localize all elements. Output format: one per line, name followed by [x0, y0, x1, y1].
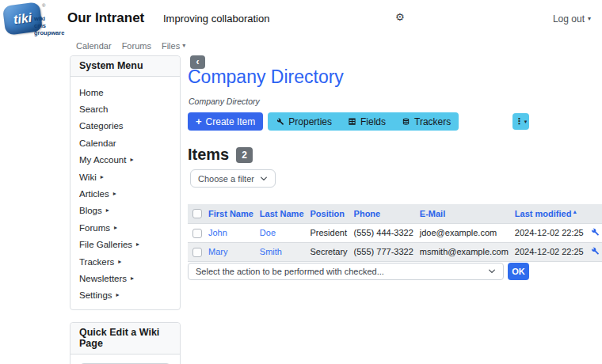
fields-button[interactable]: Fields [340, 112, 394, 131]
position-cell: Secretary [311, 247, 348, 256]
sidebar-item-newsletters[interactable]: Newsletters▸ [70, 270, 180, 286]
sidebar-item-forums[interactable]: Forums▸ [70, 219, 180, 236]
last-name-link[interactable]: Doe [260, 228, 276, 237]
wrench-icon[interactable] [590, 227, 600, 237]
breadcrumb[interactable]: Company Directory [189, 97, 260, 106]
bulk-action-select[interactable]: Select the action to be performed with c… [188, 263, 504, 280]
sidebar-item-label: Search [79, 104, 108, 114]
table-row: John Doe President (555) 444-3322 jdoe@e… [188, 223, 602, 242]
create-item-button[interactable]: + Create Item [188, 112, 263, 131]
last-name-link[interactable]: Smith [260, 247, 282, 256]
back-chevron-icon: ‹ [196, 56, 200, 67]
column-header-email[interactable]: E-Mail [417, 204, 512, 223]
column-header-actions [587, 204, 602, 223]
tracker-admin-button-group: Properties Fields Trackers [268, 112, 459, 131]
sidebar-item-wiki[interactable]: Wiki▸ [70, 169, 180, 185]
table-icon [348, 117, 356, 126]
chevron-right-icon: ▸ [101, 174, 104, 180]
table-row: Mary Smith Secretary (555) 777-3322 msmi… [188, 242, 602, 261]
more-actions-dropdown-button[interactable]: ⋮ ▾ [512, 113, 529, 130]
position-cell: President [311, 228, 347, 237]
tiki-logo-brand: tiki [13, 10, 32, 27]
row-checkbox[interactable] [192, 248, 202, 257]
action-bar: Select the action to be performed with c… [188, 263, 529, 280]
sidebar-item-articles[interactable]: Articles▸ [70, 185, 180, 202]
chevron-right-icon: ▸ [118, 259, 121, 265]
column-header-phone[interactable]: Phone [351, 204, 417, 223]
kebab-icon: ⋮ [515, 117, 524, 126]
sort-ascending-icon: ▲ [572, 209, 577, 214]
sidebar-item-label: Newsletters [79, 274, 127, 283]
sidebar-item-label: Calendar [79, 138, 116, 148]
sidebar-item-trackers[interactable]: Trackers▸ [70, 253, 180, 270]
nav-item-files[interactable]: Files ▾ [162, 41, 185, 51]
sidebar-item-calendar[interactable]: Calendar [70, 135, 180, 151]
sidebar-item-label: Trackers [79, 257, 114, 267]
nav-item-forums[interactable]: Forums [122, 41, 151, 51]
chevron-down-icon [260, 176, 268, 181]
items-count-badge: 2 [236, 147, 253, 163]
properties-label: Properties [288, 116, 332, 127]
wrench-icon [276, 117, 284, 126]
trackers-label: Trackers [414, 116, 451, 127]
top-nav: Calendar Forums Files ▾ [76, 41, 185, 51]
table-header: First Name Last Name Position Phone E-Ma… [188, 204, 602, 223]
site-tagline: Improving collaboration [163, 13, 269, 25]
select-all-checkbox[interactable] [192, 209, 202, 218]
sidebar-item-label: Categories [79, 121, 124, 131]
sidebar-item-label: Articles [79, 189, 109, 199]
properties-button[interactable]: Properties [268, 112, 340, 131]
chevron-down-icon: ▾ [524, 119, 528, 125]
first-name-link[interactable]: John [208, 228, 227, 237]
sidebar-item-my-account[interactable]: My Account▸ [70, 152, 180, 169]
database-icon [402, 117, 410, 126]
sidebar-item-label: Wiki [79, 173, 97, 182]
logo-sub-line: cms [34, 22, 64, 29]
items-title: Items [188, 146, 229, 164]
column-header-last-name[interactable]: Last Name [257, 204, 307, 223]
page-title: Company Directory [188, 66, 344, 88]
column-header-last-modified[interactable]: Last modified▲ [512, 204, 587, 223]
column-header-position[interactable]: Position [307, 204, 351, 223]
chevron-right-icon: ▸ [113, 191, 116, 197]
chevron-right-icon: ▸ [116, 292, 120, 298]
trackers-button[interactable]: Trackers [394, 112, 459, 131]
chevron-down-icon: ▾ [182, 43, 185, 49]
gear-icon[interactable]: ⚙ [395, 11, 405, 23]
sidebar-item-label: Forums [79, 223, 110, 233]
items-heading: Items 2 [188, 146, 253, 164]
tiki-logo-wordmark: wiki cms groupware [34, 15, 64, 36]
ok-button[interactable]: OK [508, 263, 529, 280]
last-modified-cell: 2024-12-02 22:25 [515, 247, 584, 256]
toolbar: + Create Item Properties Fields Trackers… [188, 112, 529, 131]
quick-edit-panel: Quick Edit a Wiki Page [70, 322, 181, 364]
email-cell: msmith@example.com [420, 247, 509, 256]
system-menu-list: Home Search Categories Calendar My Accou… [70, 77, 180, 304]
logout-menu[interactable]: Log out ▾ [553, 13, 591, 25]
tiki-logo[interactable]: tiki ® wiki cms groupware [3, 2, 67, 37]
sidebar-item-categories[interactable]: Categories [70, 118, 180, 135]
row-checkbox[interactable] [192, 229, 202, 238]
sidebar-item-search[interactable]: Search [70, 100, 180, 117]
bulk-action-select-value: Select the action to be performed with c… [196, 267, 384, 276]
phone-cell: (555) 444-3322 [354, 228, 413, 237]
chevron-right-icon: ▸ [130, 157, 133, 163]
sidebar-item-file-galleries[interactable]: File Galleries▸ [70, 237, 180, 253]
sidebar-item-label: Settings [79, 290, 112, 300]
sidebar-item-blogs[interactable]: Blogs▸ [70, 203, 180, 219]
first-name-link[interactable]: Mary [208, 247, 227, 256]
column-header-first-name[interactable]: First Name [205, 204, 257, 223]
email-cell: jdoe@example.com [420, 228, 497, 237]
sidebar-item-settings[interactable]: Settings▸ [70, 287, 180, 304]
chevron-right-icon: ▸ [106, 207, 109, 214]
nav-item-calendar[interactable]: Calendar [76, 41, 112, 51]
wrench-icon[interactable] [590, 246, 600, 256]
quick-edit-title: Quick Edit a Wiki Page [70, 323, 180, 355]
chevron-right-icon: ▸ [131, 275, 134, 282]
top-header: tiki ® wiki cms groupware Our Intranet I… [0, 0, 602, 38]
chevron-down-icon [488, 269, 496, 274]
sidebar-item-home[interactable]: Home [70, 84, 180, 100]
logo-sub-line: groupware [34, 29, 64, 36]
table-header-row: First Name Last Name Position Phone E-Ma… [188, 204, 602, 223]
filter-select[interactable]: Choose a filter [190, 169, 276, 188]
